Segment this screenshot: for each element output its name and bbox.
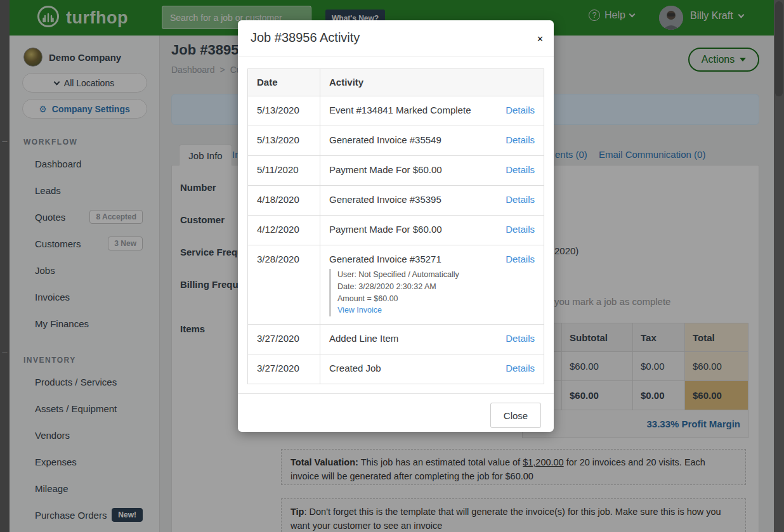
activity-row: 3/27/2020 Created Job Details bbox=[248, 354, 544, 384]
activity-table-header: Date Activity bbox=[248, 69, 544, 96]
view-invoice-link[interactable]: View Invoice bbox=[337, 304, 498, 316]
activity-row-expanded: 3/28/2020 Generated Invoice #35271 User:… bbox=[248, 245, 544, 324]
modal-title: Job #38956 Activity bbox=[251, 30, 360, 45]
activity-row: 3/27/2020 Added Line Item Details bbox=[248, 324, 544, 354]
col-activity: Activity bbox=[320, 69, 498, 96]
activity-row: 5/13/2020 Generated Invoice #35549 Detai… bbox=[248, 126, 544, 155]
close-icon[interactable]: ✕ bbox=[537, 34, 544, 44]
modal-footer: Close bbox=[238, 393, 554, 432]
details-link[interactable]: Details bbox=[498, 245, 544, 264]
details-link[interactable]: Details bbox=[498, 156, 544, 175]
details-link[interactable]: Details bbox=[498, 325, 544, 344]
close-button[interactable]: Close bbox=[490, 403, 541, 428]
activity-row: 4/12/2020 Payment Made For $60.00 Detail… bbox=[248, 215, 544, 245]
modal-header: Job #38956 Activity ✕ bbox=[238, 20, 554, 56]
details-link[interactable]: Details bbox=[498, 96, 544, 115]
activity-table: Date Activity 5/13/2020 Event #134841 Ma… bbox=[247, 68, 544, 384]
col-date: Date bbox=[248, 69, 320, 96]
activity-row: 5/13/2020 Event #134841 Marked Complete … bbox=[248, 96, 544, 126]
details-link[interactable]: Details bbox=[498, 186, 544, 205]
details-link[interactable]: Details bbox=[498, 216, 544, 235]
details-link[interactable]: Details bbox=[498, 354, 544, 373]
job-activity-modal: Job #38956 Activity ✕ Date Activity 5/13… bbox=[238, 20, 554, 432]
app-viewport: turfhop What's New? ? Help Billy Kraft D… bbox=[0, 0, 784, 532]
activity-row: 5/11/2020 Payment Made For $60.00 Detail… bbox=[248, 155, 544, 185]
details-link[interactable]: Details bbox=[498, 126, 544, 145]
activity-detail-block: User: Not Specified / Automatically Date… bbox=[329, 269, 498, 316]
activity-row: 4/18/2020 Generated Invoice #35395 Detai… bbox=[248, 185, 544, 215]
